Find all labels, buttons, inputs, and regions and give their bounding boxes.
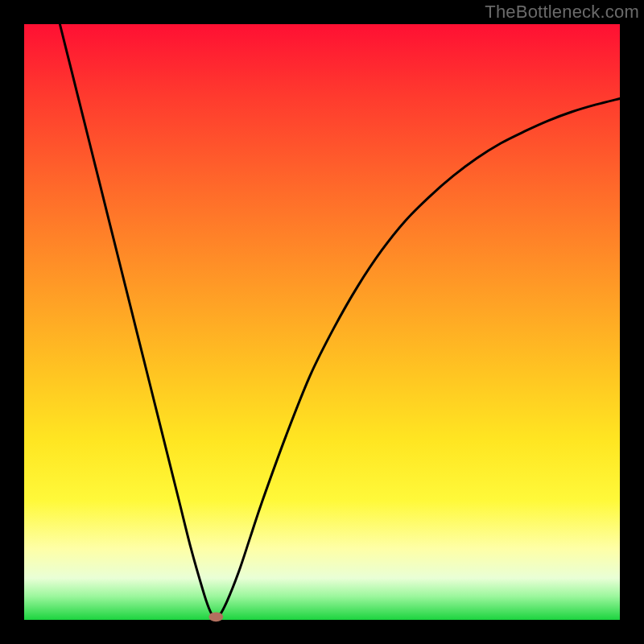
bottleneck-chart xyxy=(0,0,644,644)
minimum-marker xyxy=(208,612,223,621)
plot-background xyxy=(24,24,620,620)
watermark-text: TheBottleneck.com xyxy=(485,2,639,23)
chart-frame: TheBottleneck.com xyxy=(0,0,644,644)
